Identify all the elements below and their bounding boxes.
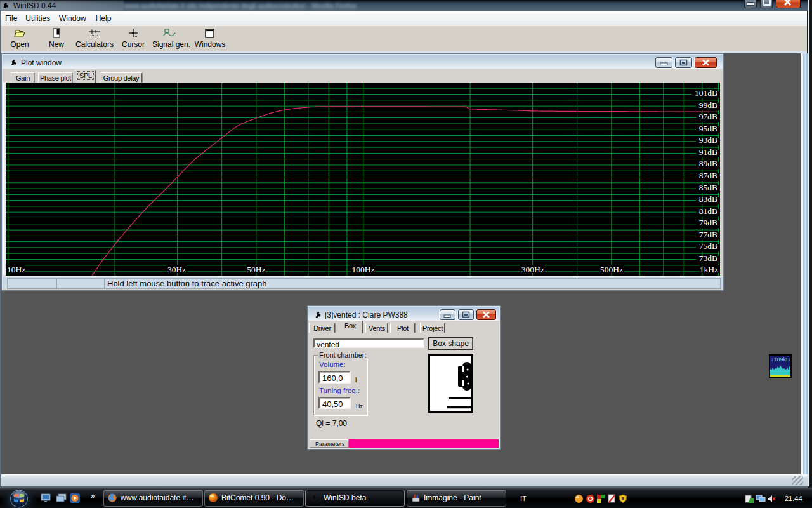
svg-text:89dB: 89dB (699, 159, 717, 168)
svg-text:50Hz: 50Hz (247, 265, 265, 274)
svg-text:30Hz: 30Hz (167, 265, 186, 274)
svg-text:75dB: 75dB (699, 241, 717, 251)
svg-text:99dB: 99dB (699, 100, 717, 110)
svg-text:95dB: 95dB (699, 124, 717, 133)
svg-text:1kHz: 1kHz (700, 265, 718, 274)
svg-text:93dB: 93dB (699, 135, 717, 145)
svg-text:73dB: 73dB (699, 253, 717, 263)
svg-text:85dB: 85dB (699, 183, 717, 192)
svg-text:500Hz: 500Hz (600, 265, 623, 274)
svg-text:97dB: 97dB (699, 112, 717, 121)
svg-text:91dB: 91dB (699, 147, 717, 157)
svg-text:83dB: 83dB (699, 194, 717, 204)
svg-text:77dB: 77dB (699, 230, 717, 239)
svg-text:79dB: 79dB (699, 218, 717, 227)
svg-text:300Hz: 300Hz (521, 265, 544, 274)
svg-text:87dB: 87dB (699, 171, 717, 180)
svg-text:10Hz: 10Hz (7, 265, 25, 274)
svg-text:101dB: 101dB (695, 88, 717, 98)
svg-text:100Hz: 100Hz (352, 265, 375, 274)
svg-text:81dB: 81dB (699, 206, 717, 216)
